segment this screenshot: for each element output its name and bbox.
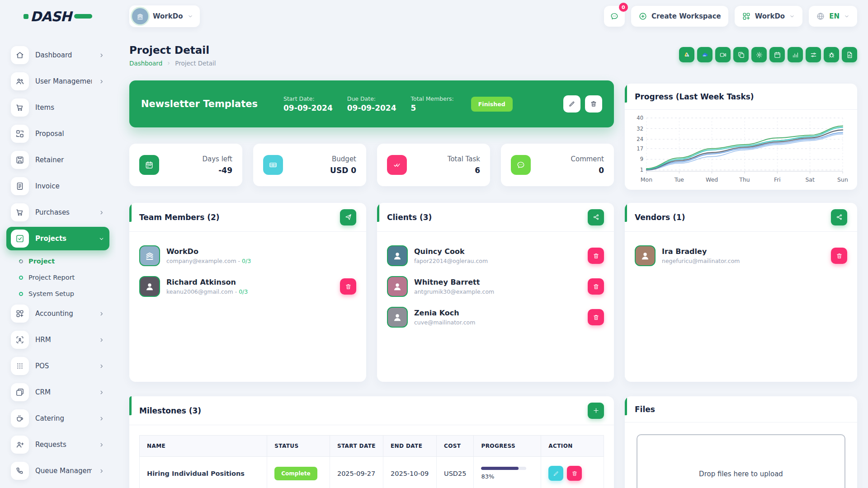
sidebar-item-invoice[interactable]: Invoice [6, 174, 109, 198]
chat-icon [511, 155, 531, 175]
check-square-icon [15, 234, 24, 243]
main-column: Project Detail Dashboard Project Detail … [129, 33, 614, 488]
sidebar-subitem-system-setup[interactable]: System Setup [6, 286, 109, 302]
save-icon [15, 155, 24, 164]
invite-member-button[interactable] [340, 209, 356, 225]
due-date-value: 09-09-2024 [347, 103, 396, 113]
edit-project-button[interactable] [563, 95, 580, 113]
chart-svg: 1917243240MonTueWedThuFriSatSun [628, 112, 850, 189]
sidebar-item-accounting[interactable]: Accounting [6, 302, 109, 325]
sidebar-item-queue-management[interactable]: Queue Management [6, 459, 109, 483]
money-icon [269, 160, 278, 169]
gdrive-icon [683, 51, 691, 59]
start-date-block: Start Date: 09-09-2024 [283, 95, 333, 113]
sidebar-item-items[interactable]: Items [6, 96, 109, 119]
chev-right-icon [98, 209, 105, 216]
main-content: Project Detail Dashboard Project Detail … [116, 33, 868, 488]
sidebar-item-purchases[interactable]: Purchases [6, 201, 109, 224]
list-item: Whitney Barrettantgrumik30@example.com [387, 276, 604, 297]
svg-text:Mon: Mon [641, 176, 652, 183]
language-menu[interactable]: EN [809, 6, 857, 27]
breadcrumb: Dashboard Project Detail [129, 60, 614, 67]
file-dropzone[interactable]: Drop files here to upload [637, 434, 845, 488]
stat-card-total-task: Total Task6 [377, 144, 490, 186]
sidebar-item-catering[interactable]: Catering [6, 407, 109, 430]
files-card: Files Drop files here to upload [625, 396, 857, 488]
delete-button[interactable] [831, 248, 847, 264]
project-banner: Newsletter Templates Start Date: 09-09-2… [129, 80, 614, 127]
copy-button[interactable] [733, 47, 749, 62]
trash-icon [590, 100, 597, 108]
workspace-chip[interactable]: WorkDo [129, 5, 200, 27]
share-vendors-button[interactable] [831, 209, 847, 225]
person-icon [639, 250, 651, 262]
stat-card-comment: Comment0 [501, 144, 614, 186]
svg-text:1: 1 [640, 167, 643, 173]
sidebar-item-requests[interactable]: Requests [6, 433, 109, 456]
delete-milestone-button[interactable] [567, 466, 582, 481]
gdrive-button[interactable] [679, 47, 694, 62]
chevron-right-icon [166, 61, 171, 66]
dots-grid-icon [15, 361, 24, 371]
edit-milestone-button[interactable] [548, 466, 563, 481]
bug-button[interactable] [824, 47, 839, 62]
chev-right-icon [98, 78, 105, 85]
sidebar-item-dashboard[interactable]: Dashboard [6, 43, 109, 67]
trash-icon [836, 253, 843, 259]
sidebar-subitem-project-report[interactable]: Project Report [6, 269, 109, 286]
sidebar-item-crm[interactable]: CRM [6, 380, 109, 404]
grid-plus-icon [11, 305, 29, 323]
coffee-icon [11, 409, 29, 427]
sidebar-item-proposal[interactable]: Proposal [6, 122, 109, 145]
delete-button[interactable] [588, 309, 604, 325]
file-chart-button[interactable] [842, 47, 857, 62]
delete-button[interactable] [588, 248, 604, 264]
files-title: Files [635, 405, 655, 414]
sidebar-subitem-project[interactable]: Project [6, 253, 109, 269]
language-label: EN [829, 12, 840, 20]
sidebar-item-pos[interactable]: POS [6, 354, 109, 378]
sidebar-item-hrm[interactable]: HRM [6, 328, 109, 352]
sidebar-item-projects[interactable]: Projects [6, 227, 109, 250]
money-icon [263, 155, 283, 175]
trash-icon [593, 314, 599, 321]
sidebar-item-retainer[interactable]: Retainer [6, 148, 109, 172]
delete-project-button[interactable] [585, 95, 602, 113]
invoice-icon [11, 177, 29, 195]
gear-button[interactable] [751, 47, 767, 62]
svg-text:Wed: Wed [706, 176, 718, 183]
bar-chart-button[interactable] [788, 47, 803, 62]
dots-grid-icon [11, 357, 29, 375]
add-milestone-button[interactable] [588, 403, 604, 419]
total-members-value: 5 [411, 103, 454, 113]
bar-chart-icon [792, 51, 799, 59]
messages-button[interactable]: 0 [604, 6, 625, 27]
breadcrumb-dashboard-link[interactable]: Dashboard [129, 60, 162, 67]
stat-card-days-left: Days left-49 [129, 144, 242, 186]
workspace-menu[interactable]: WorkDo [735, 6, 802, 27]
grid-plus-icon [15, 309, 24, 318]
onedrive-button[interactable] [697, 47, 712, 62]
share-clients-button[interactable] [588, 209, 604, 225]
delete-button[interactable] [340, 278, 356, 295]
clients-card: Clients (3) Quincy Cookfapor22014@oglera… [377, 203, 614, 382]
onedrive-icon [701, 51, 709, 59]
table-header: ACTION [541, 436, 604, 457]
calendar-days-icon [145, 160, 154, 169]
delete-button[interactable] [588, 278, 604, 295]
top-header: DASH WorkDo 0 Create Workspace WorkDo [0, 0, 868, 33]
chev-right-icon [98, 468, 105, 474]
line-chart: 1917243240MonTueWedThuFriSatSun [625, 110, 857, 190]
sidebar-item-user-management[interactable]: User Management [6, 70, 109, 93]
sliders-button[interactable] [806, 47, 821, 62]
create-workspace-button[interactable]: Create Workspace [631, 6, 728, 27]
calendar-button[interactable] [769, 47, 785, 62]
start-date-label: Start Date: [283, 95, 333, 102]
app-logo[interactable]: DASH [0, 9, 116, 24]
table-header: COST [437, 436, 474, 457]
svg-text:Thu: Thu [739, 176, 750, 183]
sidebar: DashboardUser ManagementItemsProposalRet… [0, 33, 116, 488]
workspace-chip-label: WorkDo [153, 12, 183, 20]
chev-right-icon [98, 363, 105, 370]
video-button[interactable] [715, 47, 731, 62]
